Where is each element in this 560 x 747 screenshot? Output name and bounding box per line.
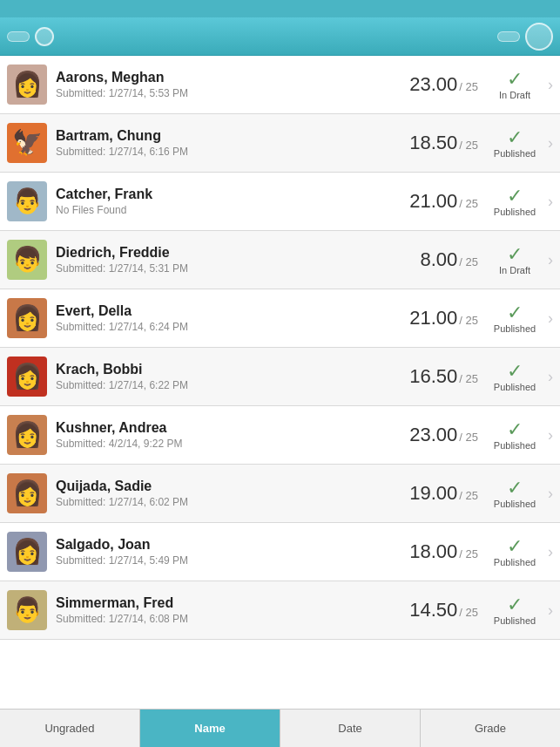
student-info: Kushner, Andrea Submitted: 4/2/14, 9:22 … [56,420,409,450]
status-area: ✓ Published [487,537,543,567]
tab-grade[interactable]: Grade [421,710,560,747]
status-label: Published [494,499,536,509]
nav-left [7,27,54,46]
status-label: Published [494,207,536,217]
score-max: / 25 [459,197,478,210]
tab-ungraded[interactable]: Ungraded [0,710,140,747]
student-submitted: Submitted: 1/27/14, 6:24 PM [56,321,409,333]
score-value: 19.00 [409,482,457,505]
student-name: Salgado, Joan [56,537,409,553]
score-area: 16.50 / 25 [409,365,478,388]
score-area: 18.00 / 25 [409,540,478,563]
status-area: ✓ Published [487,187,543,217]
score-area: 19.00 / 25 [409,482,478,505]
chevron-icon: › [548,368,553,386]
list-item[interactable]: 👨 Catcher, Frank No Files Found 21.00 / … [0,173,560,231]
score-max: / 25 [459,606,478,619]
avatar: 👩 [7,532,47,572]
score-value: 18.00 [409,540,457,563]
info-button[interactable] [35,27,54,46]
student-submitted: Submitted: 1/27/14, 6:16 PM [56,146,409,158]
student-name: Krach, Bobbi [56,362,409,377]
list-item[interactable]: 🦅 Bartram, Chung Submitted: 1/27/14, 6:1… [0,114,560,173]
score-max: / 25 [459,489,478,502]
score-area: 21.00 / 25 [409,307,478,329]
list-item[interactable]: 👩 Quijada, Sadie Submitted: 1/27/14, 6:0… [0,465,560,523]
chevron-icon: › [548,426,553,445]
avatar: 👨 [7,590,47,630]
student-info: Aarons, Meghan Submitted: 1/27/14, 5:53 … [56,70,409,99]
score-max: / 25 [459,139,478,152]
status-check-icon: ✓ [507,595,523,615]
score-area: 21.00 / 25 [409,190,478,213]
list-item[interactable]: 👩 Krach, Bobbi Submitted: 1/27/14, 6:22 … [0,348,560,406]
publish-all-button[interactable] [497,31,520,42]
score-area: 14.50 / 25 [409,599,478,621]
nav-right [497,23,553,51]
score-max: / 25 [459,431,478,444]
score-area: 8.00 / 25 [420,248,478,271]
status-area: ✓ In Draft [487,245,543,275]
score-max: / 25 [459,372,478,385]
score-area: 23.00 / 25 [409,424,478,446]
score-value: 14.50 [409,599,457,621]
avatar: 👩 [7,65,47,105]
status-check-icon: ✓ [507,245,523,264]
student-info: Salgado, Joan Submitted: 1/27/14, 5:49 P… [56,537,409,567]
status-area: ✓ In Draft [487,70,543,100]
student-info: Simmerman, Fred Submitted: 1/27/14, 6:08… [56,595,409,625]
status-check-icon: ✓ [507,303,523,323]
status-area: ✓ Published [487,479,543,509]
list-item[interactable]: 👨 Simmerman, Fred Submitted: 1/27/14, 6:… [0,581,560,640]
student-submitted: Submitted: 1/27/14, 5:31 PM [56,262,420,275]
status-area: ✓ Published [487,128,543,159]
list-item[interactable]: 👦 Diedrich, Freddie Submitted: 1/27/14, … [0,231,560,289]
tab-name[interactable]: Name [140,710,280,747]
list-item[interactable]: 👩 Kushner, Andrea Submitted: 4/2/14, 9:2… [0,406,560,465]
score-value: 21.00 [409,307,457,329]
list-item[interactable]: 👩 Aarons, Meghan Submitted: 1/27/14, 5:5… [0,56,560,114]
student-name: Bartram, Chung [56,128,409,144]
chevron-icon: › [548,193,553,211]
avatar: 👦 [7,240,47,280]
status-label: Published [494,440,536,451]
score-value: 21.00 [409,190,457,213]
status-label: In Draft [499,90,530,100]
download-button[interactable] [525,23,553,51]
status-label: Published [494,557,536,567]
tab-date[interactable]: Date [280,710,421,747]
chevron-icon: › [548,251,553,269]
status-area: ✓ Published [487,595,543,626]
score-value: 23.00 [409,424,457,446]
student-submitted: Submitted: 4/2/14, 9:22 PM [56,438,409,450]
list-item[interactable]: 👩 Salgado, Joan Submitted: 1/27/14, 5:49… [0,523,560,581]
status-label: In Draft [499,265,530,275]
score-value: 23.00 [409,73,457,96]
status-check-icon: ✓ [507,479,523,498]
list-item[interactable]: 👩 Evert, Della Submitted: 1/27/14, 6:24 … [0,289,560,348]
status-check-icon: ✓ [507,362,523,381]
status-label: Published [494,148,536,159]
student-submitted: No Files Found [56,204,409,216]
avatar: 👩 [7,357,47,397]
status-check-icon: ✓ [507,187,523,206]
status-check-icon: ✓ [507,70,523,89]
student-info: Krach, Bobbi Submitted: 1/27/14, 6:22 PM [56,362,409,391]
status-area: ✓ Published [487,420,543,451]
score-max: / 25 [459,80,478,93]
status-label: Published [494,382,536,392]
avatar: 👩 [7,415,47,455]
avatar: 👩 [7,473,47,513]
student-name: Evert, Della [56,303,409,319]
student-info: Diedrich, Freddie Submitted: 1/27/14, 5:… [56,245,420,275]
student-list: 👩 Aarons, Meghan Submitted: 1/27/14, 5:5… [0,56,560,709]
all-folders-button[interactable] [7,31,30,42]
score-area: 23.00 / 25 [409,73,478,96]
student-submitted: Submitted: 1/27/14, 6:02 PM [56,496,409,508]
score-max: / 25 [459,255,478,268]
student-name: Catcher, Frank [56,187,409,202]
score-max: / 25 [459,314,478,327]
chevron-icon: › [548,134,553,153]
chevron-icon: › [548,309,553,328]
student-name: Aarons, Meghan [56,70,409,85]
